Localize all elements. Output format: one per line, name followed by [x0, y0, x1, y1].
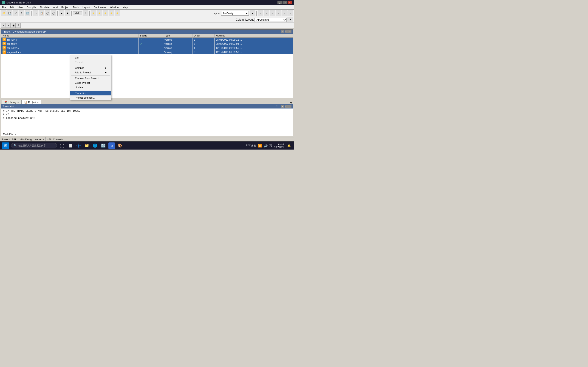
file-name-text: spi_slave.v: [7, 47, 19, 49]
toolbar3-btn4[interactable]: ⚙: [16, 23, 21, 28]
layout-arrow-btn[interactable]: ▼: [250, 10, 255, 16]
toolbar-btn-help2[interactable]: ?: [83, 10, 88, 16]
transcript-close-btn[interactable]: ✕: [288, 105, 292, 108]
toolbar-btn-sim1[interactable]: ⚡: [91, 10, 96, 16]
taskbar-icon-paint[interactable]: 🎨: [117, 142, 123, 149]
file-order-cell: 2: [192, 38, 214, 42]
toolbar-btn-6[interactable]: ◯: [45, 10, 50, 16]
file-modified-cell: 12/17/2015 01:39:50 ...: [214, 46, 293, 50]
toolbar-btn-extra2[interactable]: ↓: [264, 10, 269, 16]
tab-library-close[interactable]: ✕: [17, 101, 19, 103]
tab-library[interactable]: 📚 Library ✕: [2, 100, 22, 104]
context-item-remove-from-project[interactable]: Remove from Project: [70, 76, 111, 81]
toolbar-btn-extra1[interactable]: ↑: [258, 10, 263, 16]
toolbar3-btn2[interactable]: ✕: [6, 23, 10, 28]
toolbar-btn-5[interactable]: 🔄: [25, 10, 30, 16]
toolbar-btn-extra5[interactable]: ↑: [282, 10, 287, 16]
transcript-float-btn[interactable]: □: [285, 105, 288, 108]
menu-view[interactable]: View: [16, 5, 25, 9]
maximize-button[interactable]: □: [283, 1, 287, 4]
menu-project[interactable]: Project: [60, 5, 71, 9]
tab-project[interactable]: 📋 Project ✕: [22, 100, 41, 104]
panel-pin-btn[interactable]: +: [281, 30, 284, 33]
panel-controls[interactable]: ::::: + □ ✕: [275, 30, 292, 33]
transcript-controls[interactable]: ::::: + □ ✕: [275, 105, 292, 108]
taskbar-icon-edge[interactable]: ⓔ: [75, 142, 82, 149]
minimize-button[interactable]: _: [277, 1, 282, 4]
notification-icon[interactable]: 🔔: [286, 142, 292, 149]
toolbar3-btn1[interactable]: ✕: [1, 23, 6, 28]
taskbar-search[interactable]: 🔍 在这里输入你要搜索的内容: [11, 143, 57, 148]
layout-label: Layout: [213, 12, 220, 15]
taskbar-icon-modelsim[interactable]: M: [108, 142, 115, 149]
table-row[interactable]: Vspi_master.vVerilog012/17/2015 01:39:50…: [1, 50, 293, 54]
transcript-pin-btn[interactable]: +: [281, 105, 284, 108]
transcript-prompt[interactable]: ModelSim >: [1, 132, 293, 136]
taskbar-clock[interactable]: 21:11 2022/8/21: [274, 142, 284, 149]
toolbar-btn-sim4[interactable]: ⚡: [109, 10, 114, 16]
context-item-add-to-project[interactable]: Add to Project▶: [70, 70, 111, 75]
layout-select[interactable]: NoDesign: [221, 11, 249, 16]
toolbar-btn-run[interactable]: ▶: [59, 10, 64, 16]
toolbar-btn-sim3[interactable]: ⚡: [103, 10, 108, 16]
toolbar-btn-1[interactable]: 📁: [1, 10, 6, 16]
start-button[interactable]: ⊞: [2, 142, 9, 149]
file-modified-cell: 08/08/2022 04:09:11 ...: [214, 38, 293, 42]
table-row[interactable]: VTB_SPI.v✓Verilog208/08/2022 04:09:11 ..…: [1, 38, 293, 42]
context-item-project-settings---[interactable]: Project Settings...: [70, 95, 111, 100]
panel-close-btn[interactable]: ✕: [288, 30, 292, 33]
context-item-update[interactable]: Update: [70, 85, 111, 90]
menu-bookmarks[interactable]: Bookmarks: [92, 5, 108, 9]
taskbar-icon-taskview[interactable]: ⬜: [67, 142, 73, 149]
tab-project-close[interactable]: ✕: [37, 101, 39, 103]
context-item-label: Edit: [75, 56, 79, 59]
context-item-edit[interactable]: Edit: [70, 55, 111, 60]
column-layout-select[interactable]: AllColumns: [254, 18, 287, 22]
app-title: ModelSim SE-64 10.4: [6, 1, 31, 4]
column-layout-arrow[interactable]: ▼: [288, 17, 293, 23]
menu-edit[interactable]: Edit: [8, 5, 16, 9]
taskbar-system-icons: 24°C 多云 📶 🔊 英 21:11 2022/8/21 🔔: [246, 142, 292, 149]
tabs-scroll-btn[interactable]: ◄: [289, 101, 292, 104]
menu-layout[interactable]: Layout: [81, 5, 92, 9]
menu-add[interactable]: Add: [52, 5, 60, 9]
help-button[interactable]: Help: [73, 11, 82, 15]
toolbar-btn-stop[interactable]: ⏹: [65, 10, 70, 16]
status-project: Project : SPI: [0, 137, 18, 141]
toolbar3-btn3[interactable]: ▣: [11, 23, 16, 28]
menu-file[interactable]: File: [0, 5, 8, 9]
toolbar-btn-extra3[interactable]: ↑: [270, 10, 275, 16]
toolbar-btn-7[interactable]: ◯: [51, 10, 56, 16]
toolbar-btn-extra6[interactable]: ↓: [288, 10, 293, 16]
context-item-compile[interactable]: Compile▶: [70, 66, 111, 70]
panel-float-btn[interactable]: □: [285, 30, 288, 33]
menu-help[interactable]: Help: [121, 5, 130, 9]
toolbar-btn-sim5[interactable]: ⚡: [115, 10, 120, 16]
context-item-close-project[interactable]: Close Project: [70, 81, 111, 85]
toolbar-btn-3[interactable]: ↺: [13, 10, 18, 16]
window-controls[interactable]: _ □ ✕: [277, 1, 292, 4]
context-item-properties---[interactable]: Properties...: [70, 91, 111, 95]
toolbar-btn-cut[interactable]: ✂: [33, 10, 38, 16]
menu-tools[interactable]: Tools: [71, 5, 81, 9]
toolbar-btn-4[interactable]: ⟳: [19, 10, 24, 16]
taskbar-icon-browser2[interactable]: 🌐: [92, 142, 98, 149]
prompt-text: ModelSim >: [3, 133, 16, 135]
menu-window[interactable]: Window: [108, 5, 121, 9]
table-row[interactable]: Vspi_slave.vVerilog112/17/2015 01:39:50 …: [1, 46, 293, 50]
project-icon: 📋: [24, 101, 27, 104]
menu-simulate[interactable]: Simulate: [38, 5, 52, 9]
toolbar-btn-extra4[interactable]: ↓: [276, 10, 281, 16]
close-button[interactable]: ✕: [288, 1, 292, 4]
file-name-text: spi_top.v: [7, 42, 17, 45]
menu-compile[interactable]: Compile: [25, 5, 38, 9]
toolbar-sep-4: [89, 11, 90, 16]
toolbar-btn-sim2[interactable]: ⚡: [97, 10, 102, 16]
table-row[interactable]: Vspi_top.v✓Verilog308/08/2022 04:03:04 .…: [1, 42, 293, 46]
toolbar-btn-2[interactable]: 💾: [7, 10, 12, 16]
taskbar-icon-cortana[interactable]: ◯: [59, 142, 65, 149]
toolbar-btn-copy[interactable]: 📋: [39, 10, 44, 16]
file-modified-cell: 12/17/2015 01:39:50 ...: [214, 50, 293, 54]
taskbar-icon-explorer[interactable]: 📁: [84, 142, 90, 149]
taskbar-icon-calc[interactable]: 🔢: [100, 142, 107, 149]
